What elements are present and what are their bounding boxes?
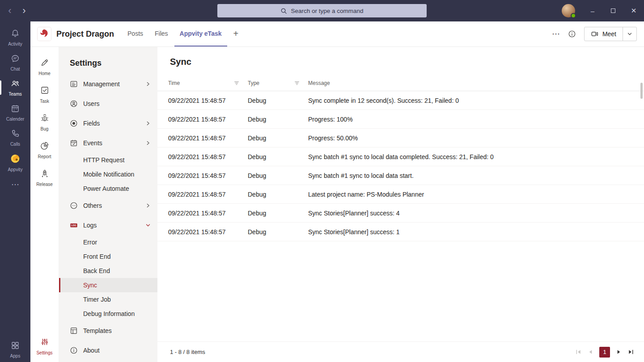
maximize-button[interactable]	[603, 0, 623, 21]
last-page-button[interactable]	[627, 349, 634, 355]
first-page-button[interactable]	[575, 349, 582, 355]
sidebar-item-task[interactable]: Task	[30, 81, 59, 109]
channel-info-button[interactable]	[568, 30, 576, 38]
table-row[interactable]: 09/22/2021 15:48:57 Debug Sync Stories[P…	[157, 223, 644, 241]
log-table: Time Type Message	[157, 75, 644, 241]
settings-nav-logs[interactable]: LOG Logs	[59, 215, 157, 235]
tab-files[interactable]: Files	[149, 21, 174, 46]
back-icon[interactable]: ‹	[6, 6, 13, 16]
previous-page-button[interactable]	[587, 349, 594, 355]
settings-nav-sync[interactable]: Sync	[59, 278, 157, 292]
rail-item-activity[interactable]: Activity	[0, 25, 30, 50]
rail-item-chat[interactable]: Chat	[0, 50, 30, 75]
column-header-type[interactable]: Type	[248, 80, 308, 86]
meet-button[interactable]: Meet	[585, 27, 623, 41]
sidebar-label: Task	[40, 99, 49, 104]
cell-message: Sync Stories[Planner] success: 4	[308, 210, 640, 217]
teams-app-rail: Activity Chat Teams Calender Calls Appvi…	[0, 21, 30, 362]
rail-label: Apps	[10, 354, 21, 358]
settings-nav-events[interactable]: Events	[59, 133, 157, 153]
filter-icon[interactable]	[294, 80, 300, 86]
rail-label: Appvity	[8, 167, 23, 172]
nav-label: Management	[83, 80, 120, 88]
camera-icon	[591, 30, 599, 38]
settings-nav-fields[interactable]: Fields	[59, 114, 157, 133]
more-options-button[interactable]: ⋯	[552, 30, 560, 38]
settings-nav-front-end[interactable]: Front End	[59, 249, 157, 264]
filter-icon[interactable]	[233, 80, 240, 86]
rail-label: Teams	[8, 92, 21, 97]
sidebar-label: Report	[38, 154, 51, 159]
current-page-indicator[interactable]: 1	[599, 347, 610, 358]
rail-item-calendar[interactable]: Calender	[0, 100, 30, 125]
settings-nav-users[interactable]: Users	[59, 94, 157, 114]
settings-nav-power-automate[interactable]: Power Automate	[59, 181, 157, 196]
home-pen-icon	[40, 58, 49, 69]
nav-label: Users	[83, 100, 100, 107]
rail-item-calls[interactable]: Calls	[0, 125, 30, 150]
next-page-button[interactable]	[615, 349, 622, 355]
sidebar-item-home[interactable]: Home	[30, 53, 59, 81]
settings-nav-http-request[interactable]: HTTP Request	[59, 153, 157, 167]
nav-label: HTTP Request	[83, 156, 124, 164]
settings-nav-others[interactable]: Others	[59, 196, 157, 215]
nav-label: Mobile Notification	[83, 171, 134, 178]
column-header-time[interactable]: Time	[168, 80, 248, 86]
chat-bubble-icon	[11, 54, 20, 65]
nav-label: Power Automate	[83, 185, 129, 192]
table-row[interactable]: 09/22/2021 15:48:57 Debug Latest project…	[157, 185, 644, 204]
add-tab-button[interactable]: +	[228, 21, 244, 46]
tab-posts[interactable]: Posts	[122, 21, 148, 46]
chevron-right-icon	[145, 81, 151, 87]
scrollbar-thumb[interactable]	[640, 83, 643, 99]
settings-nav-debug-information[interactable]: Debug Information	[59, 307, 157, 321]
minimize-button[interactable]: –	[582, 0, 603, 21]
settings-nav-list: Management Users Fields	[59, 74, 157, 362]
rail-item-appvity[interactable]: Appvity	[0, 150, 30, 175]
logs-icon: LOG	[70, 221, 78, 229]
nav-label: About	[83, 347, 100, 354]
settings-nav-timer-job[interactable]: Timer Job	[59, 292, 157, 307]
table-row[interactable]: 09/22/2021 15:48:57 Debug Progress: 100%	[157, 110, 644, 129]
rail-spacer	[0, 194, 30, 337]
cell-time: 09/22/2021 15:48:57	[168, 116, 248, 123]
table-row[interactable]: 09/22/2021 15:48:57 Debug Sync batch #1 …	[157, 147, 644, 166]
rail-more-button[interactable]: ⋯	[0, 175, 30, 194]
page-title: Sync	[170, 57, 644, 67]
sidebar-item-settings[interactable]: Settings	[30, 333, 59, 360]
rail-item-teams[interactable]: Teams	[0, 75, 30, 100]
settings-nav-management[interactable]: Management	[59, 74, 157, 94]
table-row[interactable]: 09/22/2021 15:48:57 Debug Sync Stories[P…	[157, 204, 644, 223]
settings-nav-about[interactable]: About	[59, 341, 157, 360]
rail-item-apps[interactable]: Apps	[0, 337, 30, 362]
cell-message: Progress: 50.00%	[308, 135, 640, 142]
table-row[interactable]: 09/22/2021 15:48:57 Debug Sync batch #1 …	[157, 166, 644, 185]
sidebar-item-bug[interactable]: Bug	[30, 109, 59, 136]
sidebar-label: Release	[36, 182, 53, 187]
events-calendar-icon	[70, 139, 78, 147]
settings-nav-back-end[interactable]: Back End	[59, 264, 157, 278]
nav-label: Back End	[83, 267, 110, 274]
rail-label: Activity	[8, 42, 22, 46]
column-header-message[interactable]: Message	[308, 80, 640, 86]
avatar[interactable]	[562, 4, 575, 17]
table-row[interactable]: 09/22/2021 15:48:57 Debug Progress: 50.0…	[157, 129, 644, 147]
sidebar-item-release[interactable]: Release	[30, 164, 59, 192]
sidebar-item-report[interactable]: Report	[30, 136, 59, 164]
nav-label: Templates	[83, 327, 112, 334]
tab-appvity-etask[interactable]: Appvity eTask	[174, 21, 227, 46]
table-row[interactable]: 09/22/2021 15:48:57 Debug Sync complete …	[157, 91, 644, 110]
team-name: Project Dragon	[56, 29, 114, 39]
meet-dropdown-button[interactable]	[623, 27, 636, 41]
close-button[interactable]: ✕	[623, 0, 644, 21]
forward-icon[interactable]: ›	[21, 6, 28, 16]
settings-nav-error[interactable]: Error	[59, 235, 157, 249]
cell-message: Sync batch #1 sync to local data complet…	[308, 153, 640, 160]
sidebar-label: Bug	[41, 126, 49, 131]
settings-nav-mobile-notification[interactable]: Mobile Notification	[59, 167, 157, 181]
search-input[interactable]: Search or type a command	[217, 4, 427, 17]
settings-nav-templates[interactable]: Templates	[59, 321, 157, 341]
nav-label: Sync	[83, 282, 97, 289]
cell-time: 09/22/2021 15:48:57	[168, 153, 248, 160]
cell-type: Debug	[248, 97, 308, 104]
